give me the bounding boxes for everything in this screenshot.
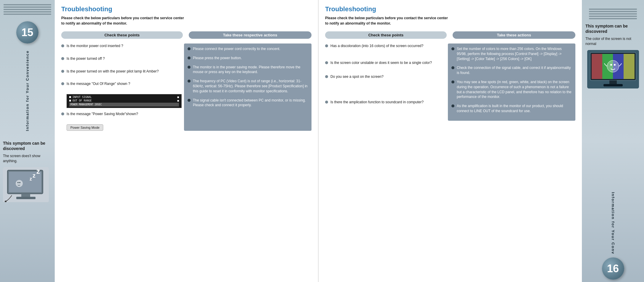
left-sidebar: 15 Information for Your Convenience This… xyxy=(0,0,55,282)
main-content: Troubleshooting Please check the below p… xyxy=(55,0,582,282)
left-page-title: Troubleshooting xyxy=(61,5,311,13)
svg-rect-22 xyxy=(609,80,617,84)
page-right: Troubleshooting Please check the below p… xyxy=(319,0,582,282)
right-check-item-4: Is there the amplication function to sou… xyxy=(325,100,446,108)
right-action-dot-4 xyxy=(451,104,454,107)
check-points-header-left: Check these points xyxy=(61,31,183,39)
action-dot-2 xyxy=(188,57,191,59)
action-column-left: Please connect the power cord correctly … xyxy=(184,43,311,131)
signal-line2: OUT OF RANGE xyxy=(72,99,92,102)
right-sidebar-vertical-text: Information for Your Conv xyxy=(611,192,615,254)
svg-point-10 xyxy=(19,182,20,183)
right-action-text-3: You may see a few spots (in red, green, … xyxy=(457,80,572,99)
page-number-left: 15 xyxy=(16,21,38,43)
right-check-text-3: Do you see a spot on the screen? xyxy=(330,74,383,79)
right-action-text-1: Set the number of colors to more than 25… xyxy=(457,46,572,61)
check-dot-5 xyxy=(61,112,64,115)
right-check-text-2: Is the screen color unstable or does it … xyxy=(330,60,432,65)
right-action-item-4: As the amplification is built in the mon… xyxy=(451,104,572,114)
left-symptom-text: The screen does't show anything. xyxy=(3,154,52,164)
right-action-item-3: You may see a few spots (in red, green, … xyxy=(451,80,572,99)
svg-point-9 xyxy=(17,182,19,183)
power-save-label: Power Saving Mode xyxy=(67,124,103,131)
right-action-dot-1 xyxy=(451,47,454,50)
check-points-header-right: Check these points xyxy=(325,31,447,39)
svg-text:z: z xyxy=(36,167,40,175)
right-action-item-2: Check the connection of the signal cable… xyxy=(451,65,572,75)
svg-rect-18 xyxy=(624,54,635,79)
right-action-dot-3 xyxy=(451,80,454,83)
right-check-dot-4 xyxy=(325,101,328,104)
left-page-subtitle: Please check the below particulars befor… xyxy=(61,15,311,26)
action-item-5: The signal cable isn't connected between… xyxy=(188,98,308,108)
action-text-3: The monitor is in the power saving mode.… xyxy=(193,65,308,75)
right-monitor-thumbnail xyxy=(587,50,639,88)
check-column-left: Is the monitor power cord inserted ? Is … xyxy=(61,43,184,131)
right-symptom-text: The color of the screen is not normal xyxy=(585,36,640,46)
check-item-3: Is the power turned on with the power pi… xyxy=(61,69,182,77)
svg-point-19 xyxy=(607,60,619,72)
check-item-4: Is the message "Out Of Range" shown ? xyxy=(61,81,182,89)
check-column-right: Has a discoloration (into 16 colors) of … xyxy=(325,43,448,121)
right-symptom-title: This symptom can be discovered xyxy=(585,23,640,34)
right-check-text-1: Has a discoloration (into 16 colors) of … xyxy=(330,43,423,49)
check-item-2: Is the power turned off ? xyxy=(61,56,182,64)
check-dot-2 xyxy=(61,57,64,60)
right-sidebar: This symptom can be discovered The color… xyxy=(582,0,644,282)
right-page-subtitle: Please check the below particulars befor… xyxy=(325,15,575,26)
check-dot-3 xyxy=(61,70,64,73)
page-left: Troubleshooting Please check the below p… xyxy=(55,0,318,282)
action-text-1: Please connect the power cord correctly … xyxy=(193,46,280,51)
right-action-text-4: As the amplification is built in the mon… xyxy=(457,104,572,114)
svg-point-8 xyxy=(16,180,23,187)
right-action-text-2: Check the connection of the signal cable… xyxy=(457,65,572,75)
left-monitor-thumbnail: z z z xyxy=(3,167,49,202)
right-check-item-1: Has a discoloration (into 16 colors) of … xyxy=(325,43,446,51)
check-item-1: Is the monitor power cord inserted ? xyxy=(61,43,182,51)
check-dot-1 xyxy=(61,44,64,47)
action-item-1: Please connect the power cord correctly … xyxy=(188,46,308,51)
check-text-2: Is the power turned off ? xyxy=(67,56,105,61)
right-action-dot-2 xyxy=(451,66,454,69)
take-actions-header-right: Take these actions xyxy=(453,31,575,39)
svg-rect-7 xyxy=(16,197,35,199)
svg-point-21 xyxy=(614,64,616,66)
check-text-3: Is the power turned on with the power pi… xyxy=(67,69,159,74)
left-sidebar-vertical-text: Information for Your Convenience xyxy=(25,50,30,131)
right-check-dot-2 xyxy=(325,61,328,64)
right-page-title: Troubleshooting xyxy=(325,5,575,13)
action-dot-3 xyxy=(188,66,191,69)
right-sidebar-lines xyxy=(585,4,640,23)
action-dot-1 xyxy=(188,47,191,50)
action-item-2: Please press the power button. xyxy=(188,56,308,61)
svg-point-20 xyxy=(610,64,612,66)
action-text-2: Please press the power button. xyxy=(193,56,242,61)
left-sidebar-lines xyxy=(0,0,55,19)
check-dot-4 xyxy=(61,82,64,85)
action-item-4: The frequency of PC (Video Card) is out … xyxy=(188,79,308,94)
check-text-4: Is the message "Out Of Range" shown ? xyxy=(67,81,130,86)
check-item-5: Is the message "Power Saving Mode"shown? xyxy=(61,112,182,120)
svg-rect-23 xyxy=(603,84,623,86)
action-dot-4 xyxy=(188,80,191,83)
left-page-content: Is the monitor power cord inserted ? Is … xyxy=(61,43,311,131)
action-item-3: The monitor is in the power saving mode.… xyxy=(188,65,308,75)
action-text-5: The signal cable isn't connected between… xyxy=(193,98,308,108)
right-check-item-2: Is the screen color unstable or does it … xyxy=(325,60,446,68)
action-text-4: The frequency of PC (Video Card) is out … xyxy=(193,79,308,94)
power-save-box: Power Saving Mode xyxy=(67,124,182,131)
left-symptom-label: This symptom can be discovered xyxy=(3,141,52,151)
action-column-right: Set the number of colors to more than 25… xyxy=(448,43,575,121)
svg-rect-6 xyxy=(21,194,30,197)
page-number-right: 16 xyxy=(602,257,624,280)
right-check-dot-1 xyxy=(325,44,328,47)
svg-text:z: z xyxy=(33,172,35,179)
signal-line1: INPUT SIGNAL xyxy=(72,96,92,99)
right-sidebar-top: This symptom can be discovered The color… xyxy=(582,0,644,88)
right-sidebar-bottom: Information for Your Conv 16 xyxy=(602,88,624,282)
right-page-content: Has a discoloration (into 16 colors) of … xyxy=(325,43,575,121)
right-check-dot-3 xyxy=(325,75,328,78)
check-text-5: Is the message "Power Saving Mode"shown? xyxy=(67,112,138,117)
right-check-text-4: Is there the amplication function to sou… xyxy=(330,100,424,105)
left-symptom-box: This symptom can be discovered The scree… xyxy=(0,137,55,206)
